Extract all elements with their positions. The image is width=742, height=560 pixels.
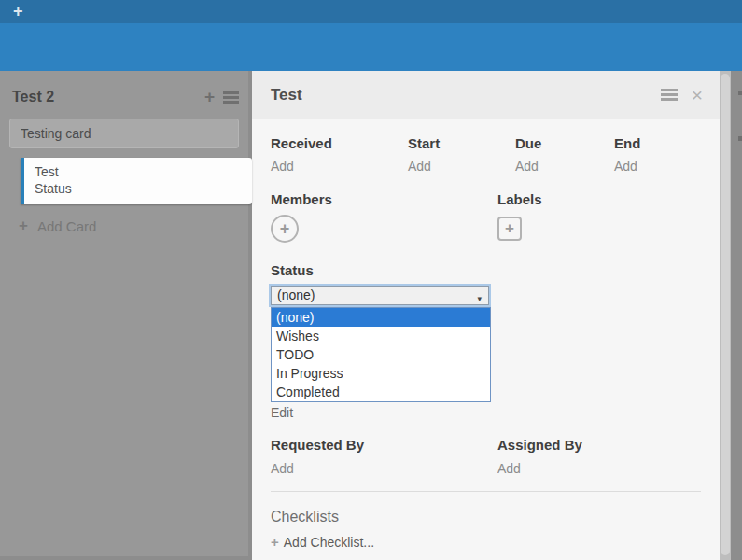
labels-label: Labels [497, 191, 701, 207]
add-checklist-label: Add Checklist... [284, 535, 374, 550]
status-select[interactable]: (none) ▾ [271, 286, 489, 305]
status-edit-link[interactable]: Edit [271, 405, 299, 420]
start-add-link[interactable]: Add [408, 159, 515, 174]
add-card-button[interactable]: + Add Card [9, 217, 239, 235]
card-testing-card[interactable]: Testing card [9, 119, 239, 148]
card-test-status[interactable]: Test Status [21, 158, 252, 204]
requested-by-add-link[interactable]: Add [271, 461, 497, 476]
status-label: Status [271, 262, 701, 278]
card-menu-icon[interactable] [661, 89, 678, 101]
start-label: Start [408, 135, 515, 151]
due-add-link[interactable]: Add [515, 159, 614, 174]
plus-icon: + [19, 217, 28, 235]
list-menu-icon[interactable] [223, 91, 239, 104]
plus-icon: + [280, 219, 290, 239]
dates-row: Received Add Start Add Due Add End Add [271, 135, 701, 174]
top-bar: + [0, 0, 742, 23]
close-icon[interactable]: × [692, 88, 703, 103]
add-board-icon[interactable]: + [13, 2, 23, 21]
add-card-label: Add Card [37, 218, 96, 234]
due-label: Due [515, 135, 614, 151]
next-list-peek-icon [738, 91, 742, 95]
list-header: Test 2 + [9, 71, 239, 105]
status-option-in-progress[interactable]: In Progress [272, 364, 490, 383]
assigned-by-add-link[interactable]: Add [497, 461, 701, 476]
card-title: Test [271, 86, 661, 105]
section-divider [271, 491, 701, 492]
add-label-button[interactable]: + [497, 217, 522, 241]
status-selected-value: (none) [277, 287, 315, 302]
plus-icon: + [271, 534, 279, 550]
end-label: End [614, 135, 701, 151]
chevron-down-icon: ▾ [477, 290, 482, 308]
members-label: Members [271, 191, 497, 207]
checklists-title: Checklists [271, 509, 701, 525]
list-add-card-icon[interactable]: + [204, 91, 215, 104]
list-title: Test 2 [9, 89, 204, 105]
status-option-none[interactable]: (none) [272, 308, 490, 327]
next-list-peek-icon [738, 136, 742, 141]
end-add-link[interactable]: Add [614, 159, 701, 174]
received-label: Received [271, 135, 408, 151]
requested-assigned-row: Requested By Add Assigned By Add [271, 437, 701, 476]
status-option-todo[interactable]: TODO [272, 345, 490, 364]
add-checklist-button[interactable]: + Add Checklist... [271, 534, 701, 550]
panel-scrollbar-thumb[interactable] [721, 74, 730, 555]
panel-header: Test × [252, 71, 720, 119]
add-member-button[interactable]: + [271, 215, 299, 243]
plus-icon: + [505, 219, 514, 238]
board-header-bar [0, 23, 742, 71]
requested-by-label: Requested By [271, 437, 497, 453]
list-test-2: Test 2 + Testing card Test Status + Add … [0, 71, 248, 556]
received-add-link[interactable]: Add [271, 159, 408, 174]
assigned-by-label: Assigned By [497, 437, 701, 453]
panel-scrollbar-track [720, 71, 731, 560]
members-labels-row: Members + Labels + [271, 191, 701, 243]
board-canvas: Test 2 + Testing card Test Status + Add … [0, 71, 742, 560]
status-option-wishes[interactable]: Wishes [272, 327, 490, 345]
status-option-completed[interactable]: Completed [272, 383, 490, 401]
card-detail-panel: Test × Received Add Start Add Due Add [252, 71, 720, 560]
status-dropdown: (none) Wishes TODO In Progress Completed [271, 307, 491, 402]
